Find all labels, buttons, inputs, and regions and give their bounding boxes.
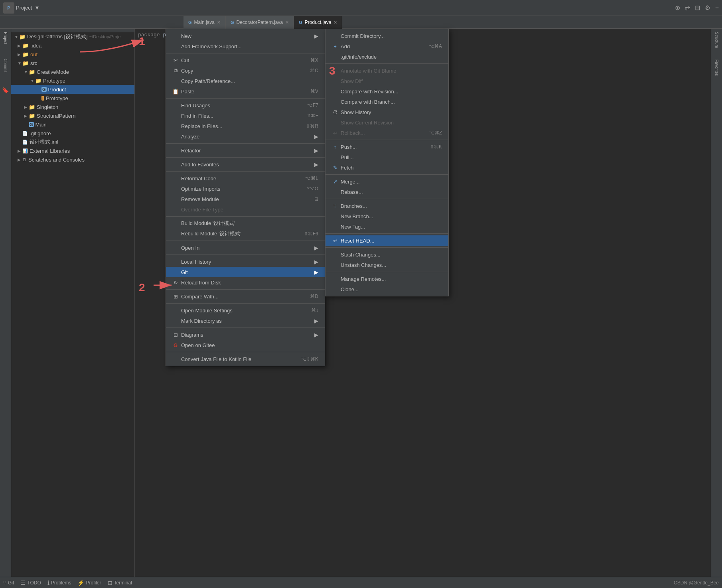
menu-find-files[interactable]: Find in Files... ⇧⌘F (166, 110, 325, 121)
menu-open-gitee[interactable]: G Open on Gitee (166, 340, 325, 350)
tree-structural[interactable]: ▶ 📁 StructuralPattern (11, 111, 134, 120)
tab-product-java[interactable]: G Product.java ✕ (294, 16, 342, 29)
menu-compare-with[interactable]: ⊞ Compare With... ⌘D (166, 291, 325, 302)
cut-shortcut: ⌘X (310, 57, 318, 63)
analyze-label: Analyze (181, 134, 199, 140)
rebuild-label: Rebuild Module '设计模式' (181, 230, 241, 237)
git-compare-revision[interactable]: Compare with Revision... (325, 86, 448, 97)
git-pull[interactable]: Pull... (325, 152, 448, 162)
tree-gitignore[interactable]: 📄 .gitignore (11, 129, 134, 138)
git-clone[interactable]: Clone... (325, 284, 448, 294)
tree-prototype-file[interactable]: i Prototype (11, 94, 134, 103)
git-rebase[interactable]: Rebase... (325, 187, 448, 197)
menu-replace-files[interactable]: Replace in Files... ⇧⌘R (166, 121, 325, 131)
tree-singleton[interactable]: ▶ 📁 Singleton (11, 103, 134, 111)
tree-creativemode[interactable]: ▼ 📁 CreativeMode (11, 67, 134, 76)
git-show-history[interactable]: ⏱ Show History (325, 107, 448, 117)
rollback-icon: ↩ (332, 130, 338, 136)
reset-label: Reset HEAD... (341, 238, 375, 244)
toolbar-project[interactable]: Project ▼ (16, 5, 39, 11)
menu-git[interactable]: Git ▶ (166, 267, 325, 277)
menu-analyze[interactable]: Analyze ▶ (166, 131, 325, 142)
git-branches[interactable]: ⑂ Branches... (325, 201, 448, 211)
menu-add-favorites[interactable]: Add to Favorites ▶ (166, 159, 325, 170)
todo-bottom-item[interactable]: ☰ TODO (20, 580, 41, 586)
terminal-icon: ⊟ (108, 580, 112, 586)
replace-files-label: Replace in Files... (181, 123, 222, 129)
menu-build-module[interactable]: Build Module '设计模式' (166, 218, 325, 229)
split-icon[interactable]: ⊟ (695, 4, 700, 12)
tree-scratches[interactable]: ▶ 🗒 Scratches and Consoles (11, 155, 134, 164)
tab-main-icon: G (188, 20, 192, 25)
menu-open-in[interactable]: Open In ▶ (166, 243, 325, 253)
menu-local-history[interactable]: Local History ▶ (166, 257, 325, 267)
menu-copy-path[interactable]: Copy Path/Reference... (166, 76, 325, 86)
terminal-bottom-item[interactable]: ⊟ Terminal (108, 580, 132, 586)
gear-icon[interactable]: ⚙ (705, 4, 710, 12)
menu-new[interactable]: New ▶ (166, 31, 325, 41)
favorites-sidebar-label[interactable]: Favorites (714, 59, 719, 76)
tree-product[interactable]: G Product (11, 85, 134, 94)
menu-add-framework[interactable]: Add Framework Support... (166, 41, 325, 51)
git-compare-branch[interactable]: Compare with Branch... (325, 97, 448, 107)
problems-bottom-item[interactable]: ℹ Problems (47, 580, 71, 586)
git-add[interactable]: + Add ⌥⌘A (325, 41, 448, 51)
tab-main-java[interactable]: G Main.java ✕ (183, 16, 226, 29)
profiler-bottom-item[interactable]: ⚡ Profiler (77, 580, 101, 586)
find-files-shortcut: ⇧⌘F (307, 113, 318, 118)
structure-sidebar-label[interactable]: Structure (714, 32, 719, 48)
tab-bar: G Main.java ✕ G DecoratorPattern.java ✕ … (0, 16, 722, 29)
settings-label: Open Module Settings (181, 308, 233, 314)
git-commit-dir[interactable]: Commit Directory... (325, 31, 448, 41)
minimize-icon[interactable]: − (715, 4, 719, 12)
git-bottom-item[interactable]: ⑂ Git (3, 580, 14, 586)
git-merge[interactable]: ⤢ Merge... (325, 176, 448, 187)
history-icon: ⏱ (332, 109, 338, 115)
git-push[interactable]: ↑ Push... ⇧⌘K (325, 142, 448, 152)
iml-icon: 📄 (22, 140, 28, 145)
project-sidebar-label[interactable]: Project (3, 32, 8, 44)
unstash-label: Unstash Changes... (341, 262, 386, 268)
menu-cut[interactable]: ✂ Cut ⌘X (166, 55, 325, 65)
menu-reformat[interactable]: Reformat Code ⌥⌘L (166, 173, 325, 184)
tree-main[interactable]: G Main (11, 120, 134, 129)
menu-module-settings[interactable]: Open Module Settings ⌘↓ (166, 305, 325, 316)
remove-module-shortcut: ⊟ (314, 196, 318, 202)
menu-mark-directory[interactable]: Mark Directory as ▶ (166, 316, 325, 326)
menu-convert-kotlin[interactable]: Convert Java File to Kotlin File ⌥⇧⌘K (166, 354, 325, 364)
git-new-tag[interactable]: New Tag... (325, 221, 448, 232)
git-exclude[interactable]: .git/info/exclude (325, 51, 448, 62)
tab-decorator-java[interactable]: G DecoratorPattern.java ✕ (226, 16, 294, 29)
tree-external-libs[interactable]: ▶ 📊 External Libraries (11, 146, 134, 155)
git-stash[interactable]: Stash Changes... (325, 249, 448, 260)
commit-sidebar-label[interactable]: Commit (3, 59, 8, 72)
add-icon[interactable]: ⊕ (675, 4, 680, 12)
menu-rebuild-module[interactable]: Rebuild Module '设计模式' ⇧⌘F9 (166, 229, 325, 239)
tab-product-close[interactable]: ✕ (333, 20, 337, 25)
tab-main-close[interactable]: ✕ (217, 20, 221, 25)
tab-decorator-close[interactable]: ✕ (285, 20, 289, 25)
new-tag-label: New Tag... (341, 224, 365, 230)
project-dropdown-icon[interactable]: ▼ (34, 5, 39, 11)
menu-remove-module[interactable]: Remove Module ⊟ (166, 194, 325, 204)
tree-prototype-folder[interactable]: ▼ 📁 Prototype (11, 76, 134, 85)
menu-reload-disk[interactable]: ↻ Reload from Disk (166, 277, 325, 288)
tree-iml[interactable]: 📄 设计模式.iml (11, 138, 134, 146)
bookmark-icon[interactable]: 🔖 (2, 87, 9, 93)
git-manage-remotes[interactable]: Manage Remotes... (325, 274, 448, 284)
tree-src[interactable]: ▼ 📁 src (11, 59, 134, 67)
menu-copy[interactable]: ⧉ Copy ⌘C (166, 65, 325, 76)
menu-refactor[interactable]: Refactor ▶ (166, 145, 325, 156)
sync-icon[interactable]: ⇄ (685, 4, 690, 12)
git-unstash[interactable]: Unstash Changes... (325, 260, 448, 270)
menu-paste[interactable]: 📋 Paste ⌘V (166, 86, 325, 97)
product-icon: G (41, 87, 47, 92)
git-sep-1 (325, 63, 448, 64)
git-new-branch[interactable]: New Branch... (325, 211, 448, 221)
paste-shortcut: ⌘V (310, 89, 318, 94)
menu-find-usages[interactable]: Find Usages ⌥F7 (166, 100, 325, 110)
git-reset-head[interactable]: ↩ Reset HEAD... (325, 235, 448, 246)
git-fetch[interactable]: ✎ Fetch (325, 162, 448, 173)
menu-diagrams[interactable]: ⊡ Diagrams ▶ (166, 330, 325, 340)
menu-optimize-imports[interactable]: Optimize Imports ^⌥O (166, 184, 325, 194)
